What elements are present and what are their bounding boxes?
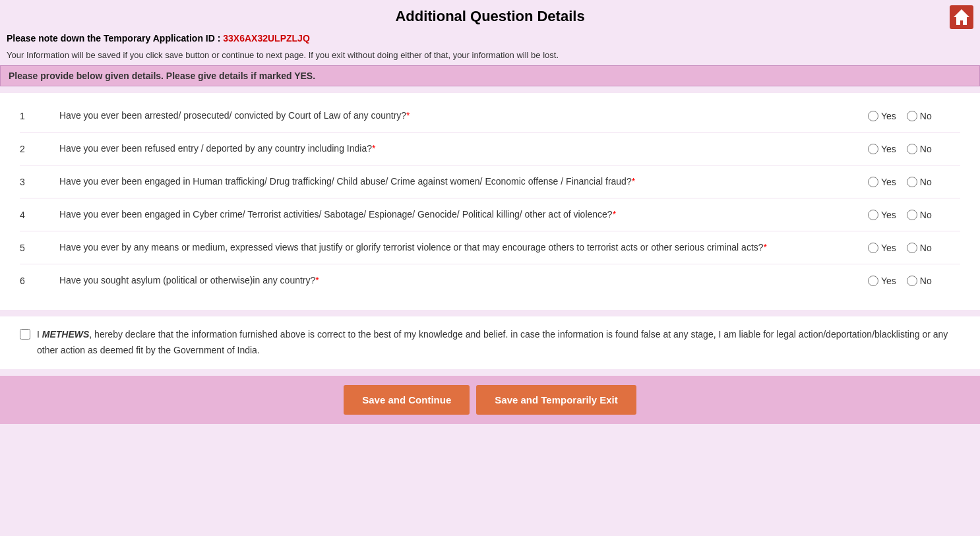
declaration-text: I METHEWS, hereby declare that the infor… [20, 327, 960, 359]
no-radio-3[interactable] [907, 177, 917, 187]
yes-label-3[interactable]: Yes [868, 177, 896, 187]
question-options-6: Yes No [868, 276, 960, 286]
no-radio-1[interactable] [907, 111, 917, 121]
question-number-5: 5 [20, 243, 59, 253]
question-row-1: 1 Have you ever been arrested/ prosecute… [20, 100, 960, 133]
no-label-5[interactable]: No [907, 243, 932, 253]
required-marker-2: * [372, 143, 375, 154]
save-exit-button[interactable]: Save and Temporarily Exit [476, 385, 636, 415]
yes-radio-5[interactable] [868, 243, 878, 253]
yes-label-6[interactable]: Yes [868, 276, 896, 286]
question-row-4: 4 Have you ever been engaged in Cyber cr… [20, 198, 960, 231]
declaration-section: I METHEWS, hereby declare that the infor… [0, 316, 980, 369]
yes-radio-1[interactable] [868, 111, 878, 121]
page-title: Additional Question Details [0, 8, 980, 25]
question-options-5: Yes No [868, 243, 960, 253]
no-radio-2[interactable] [907, 144, 917, 154]
yes-radio-4[interactable] [868, 210, 878, 220]
question-row-2: 2 Have you ever been refused entry / dep… [20, 133, 960, 165]
no-label-3[interactable]: No [907, 177, 932, 187]
no-radio-6[interactable] [907, 276, 917, 286]
no-label-6[interactable]: No [907, 276, 932, 286]
no-radio-5[interactable] [907, 243, 917, 253]
question-number-6: 6 [20, 276, 59, 286]
required-marker-6: * [315, 275, 319, 285]
page-wrapper: Additional Question Details Please note … [0, 0, 980, 536]
question-row-3: 3 Have you ever been engaged in Human tr… [20, 165, 960, 198]
temp-id-row: Please note down the Temporary Applicati… [0, 30, 980, 47]
question-text-6: Have you sought asylum (political or oth… [59, 274, 868, 287]
question-options-2: Yes No [868, 144, 960, 154]
question-options-4: Yes No [868, 210, 960, 220]
question-row-6: 6 Have you sought asylum (political or o… [20, 264, 960, 297]
yes-radio-3[interactable] [868, 177, 878, 187]
question-text-2: Have you ever been refused entry / depor… [59, 142, 868, 156]
question-text-3: Have you ever been engaged in Human traf… [59, 175, 868, 189]
required-marker-3: * [632, 176, 635, 187]
home-icon[interactable] [950, 5, 973, 29]
questions-section: 1 Have you ever been arrested/ prosecute… [0, 93, 980, 310]
question-number-4: 4 [20, 210, 59, 220]
notice-bar: Please provide below given details. Plea… [0, 65, 980, 86]
question-options-1: Yes No [868, 111, 960, 121]
yes-label-2[interactable]: Yes [868, 144, 896, 154]
required-marker-1: * [406, 110, 410, 121]
temp-id-value: 33X6AX32ULPZLJQ [223, 33, 310, 44]
declaration-username: METHEWS [42, 329, 90, 340]
question-number-2: 2 [20, 144, 59, 154]
declaration-body: I METHEWS, hereby declare that the infor… [37, 327, 960, 359]
no-radio-4[interactable] [907, 210, 917, 220]
question-text-5: Have you ever by any means or medium, ex… [59, 241, 868, 254]
question-row-5: 5 Have you ever by any means or medium, … [20, 231, 960, 264]
required-marker-4: * [613, 209, 616, 220]
yes-label-4[interactable]: Yes [868, 210, 896, 220]
page-header: Additional Question Details [0, 0, 980, 30]
no-label-1[interactable]: No [907, 111, 932, 121]
question-options-3: Yes No [868, 177, 960, 187]
question-number-1: 1 [20, 111, 59, 121]
question-text-4: Have you ever been engaged in Cyber crim… [59, 208, 868, 222]
no-label-4[interactable]: No [907, 210, 932, 220]
yes-label-1[interactable]: Yes [868, 111, 896, 121]
question-text-1: Have you ever been arrested/ prosecuted/… [59, 109, 868, 123]
yes-label-5[interactable]: Yes [868, 243, 896, 253]
footer-buttons: Save and Continue Save and Temporarily E… [0, 376, 980, 424]
question-number-3: 3 [20, 177, 59, 187]
yes-radio-2[interactable] [868, 144, 878, 154]
temp-id-label: Please note down the Temporary Applicati… [7, 33, 220, 44]
save-continue-button[interactable]: Save and Continue [344, 385, 470, 415]
info-text: Your Information will be saved if you cl… [0, 47, 980, 65]
no-label-2[interactable]: No [907, 144, 932, 154]
required-marker-5: * [764, 242, 767, 253]
declaration-checkbox[interactable] [20, 329, 30, 340]
yes-radio-6[interactable] [868, 276, 878, 286]
